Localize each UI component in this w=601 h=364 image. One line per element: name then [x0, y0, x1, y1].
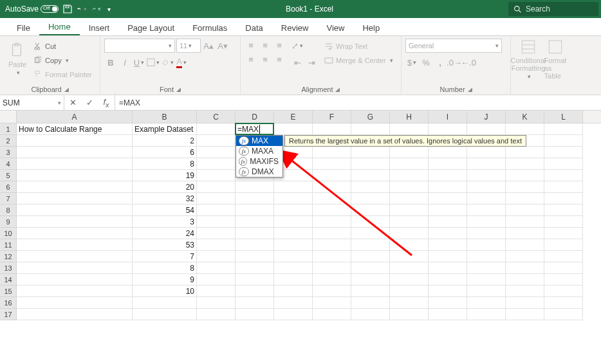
- row-header[interactable]: 9: [0, 216, 17, 228]
- cell-g11[interactable]: [351, 239, 390, 251]
- font-color-button[interactable]: A▾: [175, 56, 188, 69]
- tab-home[interactable]: Home: [39, 18, 80, 35]
- cell-c10[interactable]: [197, 228, 236, 239]
- cell-b3[interactable]: 6: [133, 147, 197, 158]
- align-top-icon[interactable]: ≡: [245, 39, 257, 51]
- cell-j8[interactable]: [467, 205, 506, 216]
- cell-d10[interactable]: [236, 228, 274, 239]
- cell-k17[interactable]: [506, 309, 544, 320]
- cell-h17[interactable]: [390, 309, 429, 320]
- cell-i7[interactable]: [429, 193, 467, 205]
- cell-i4[interactable]: [429, 158, 467, 170]
- cell-i10[interactable]: [429, 228, 467, 239]
- column-header-c[interactable]: C: [197, 111, 236, 123]
- cell-j16[interactable]: [467, 297, 506, 309]
- cell-b15[interactable]: 10: [133, 286, 197, 297]
- cell-g16[interactable]: [351, 297, 390, 309]
- cell-j15[interactable]: [467, 286, 506, 297]
- cell-d1[interactable]: =MAX: [236, 123, 274, 135]
- cell-l4[interactable]: [544, 158, 583, 170]
- row-header[interactable]: 3: [0, 147, 17, 158]
- cell-g8[interactable]: [351, 205, 390, 216]
- column-header-k[interactable]: K: [506, 111, 544, 123]
- cell-l9[interactable]: [544, 216, 583, 228]
- cell-g17[interactable]: [351, 309, 390, 320]
- align-middle-icon[interactable]: ≡: [259, 39, 272, 51]
- decrease-decimal-icon[interactable]: ←.0: [462, 56, 475, 69]
- cell-a5[interactable]: [17, 170, 133, 181]
- worksheet-grid[interactable]: ABCDEFGHIJKL 1How to Calculate RangeExam…: [0, 111, 601, 320]
- format-as-table-button[interactable]: Format as Table: [544, 39, 566, 80]
- cell-k14[interactable]: [506, 274, 544, 286]
- cell-k3[interactable]: [506, 147, 544, 158]
- bold-button[interactable]: B: [104, 56, 117, 69]
- cell-h1[interactable]: [390, 123, 429, 135]
- cell-g7[interactable]: [351, 193, 390, 205]
- row-header[interactable]: 5: [0, 170, 17, 181]
- cell-i1[interactable]: [429, 123, 467, 135]
- underline-button[interactable]: U▾: [133, 56, 145, 69]
- cell-b8[interactable]: 54: [133, 205, 197, 216]
- cell-a3[interactable]: [17, 147, 133, 158]
- tab-view[interactable]: View: [317, 19, 353, 35]
- cell-g14[interactable]: [351, 274, 390, 286]
- cell-k4[interactable]: [506, 158, 544, 170]
- font-name-combo[interactable]: ▾: [104, 39, 175, 53]
- cell-e1[interactable]: [274, 123, 313, 135]
- cell-h11[interactable]: [390, 239, 429, 251]
- decrease-font-icon[interactable]: A▾: [216, 39, 229, 52]
- cell-e8[interactable]: [274, 205, 313, 216]
- cell-k8[interactable]: [506, 205, 544, 216]
- undo-icon[interactable]: ▾: [77, 4, 87, 14]
- cell-c11[interactable]: [197, 239, 236, 251]
- cell-f4[interactable]: [313, 158, 351, 170]
- cell-l12[interactable]: [544, 251, 583, 262]
- cell-f12[interactable]: [313, 251, 351, 262]
- cell-b7[interactable]: 32: [133, 193, 197, 205]
- cell-b13[interactable]: 8: [133, 262, 197, 274]
- cell-h10[interactable]: [390, 228, 429, 239]
- cell-b10[interactable]: 24: [133, 228, 197, 239]
- search-box[interactable]: Search: [508, 2, 598, 16]
- cell-k11[interactable]: [506, 239, 544, 251]
- align-center-icon[interactable]: ≡: [259, 53, 272, 66]
- cell-b12[interactable]: 7: [133, 251, 197, 262]
- cell-a1[interactable]: How to Calculate Range: [17, 123, 133, 135]
- autocomplete-item[interactable]: fxMAX: [236, 136, 282, 146]
- cell-j14[interactable]: [467, 274, 506, 286]
- cell-i12[interactable]: [429, 251, 467, 262]
- cell-c4[interactable]: [197, 158, 236, 170]
- autocomplete-item[interactable]: fxMAXIFS: [236, 156, 282, 167]
- cell-i13[interactable]: [429, 262, 467, 274]
- column-header-b[interactable]: B: [133, 111, 197, 123]
- cell-d12[interactable]: [236, 251, 274, 262]
- align-left-icon[interactable]: ≡: [245, 53, 257, 66]
- cell-l7[interactable]: [544, 193, 583, 205]
- formula-autocomplete[interactable]: fxMAXfxMAXAfxMAXIFSfxDMAX: [236, 135, 283, 177]
- cell-g9[interactable]: [351, 216, 390, 228]
- cell-g3[interactable]: [351, 147, 390, 158]
- cell-f13[interactable]: [313, 262, 351, 274]
- comma-format-icon[interactable]: ,: [434, 56, 447, 69]
- cell-j7[interactable]: [467, 193, 506, 205]
- autocomplete-item[interactable]: fxMAXA: [236, 146, 282, 156]
- cell-a10[interactable]: [17, 228, 133, 239]
- cell-e15[interactable]: [274, 286, 313, 297]
- cell-g10[interactable]: [351, 228, 390, 239]
- cell-e13[interactable]: [274, 262, 313, 274]
- cell-g15[interactable]: [351, 286, 390, 297]
- cell-a8[interactable]: [17, 205, 133, 216]
- cell-b4[interactable]: 8: [133, 158, 197, 170]
- cell-a7[interactable]: [17, 193, 133, 205]
- increase-indent-icon[interactable]: ⇥: [305, 56, 318, 69]
- accounting-format-icon[interactable]: $▾: [405, 56, 418, 69]
- cell-e12[interactable]: [274, 251, 313, 262]
- row-header[interactable]: 16: [0, 297, 17, 309]
- row-header[interactable]: 13: [0, 262, 17, 274]
- cell-i14[interactable]: [429, 274, 467, 286]
- row-header[interactable]: 7: [0, 193, 17, 205]
- enter-formula-button[interactable]: ✓: [81, 98, 98, 107]
- cell-a2[interactable]: [17, 135, 133, 147]
- tab-file[interactable]: File: [8, 19, 39, 35]
- row-header[interactable]: 15: [0, 286, 17, 297]
